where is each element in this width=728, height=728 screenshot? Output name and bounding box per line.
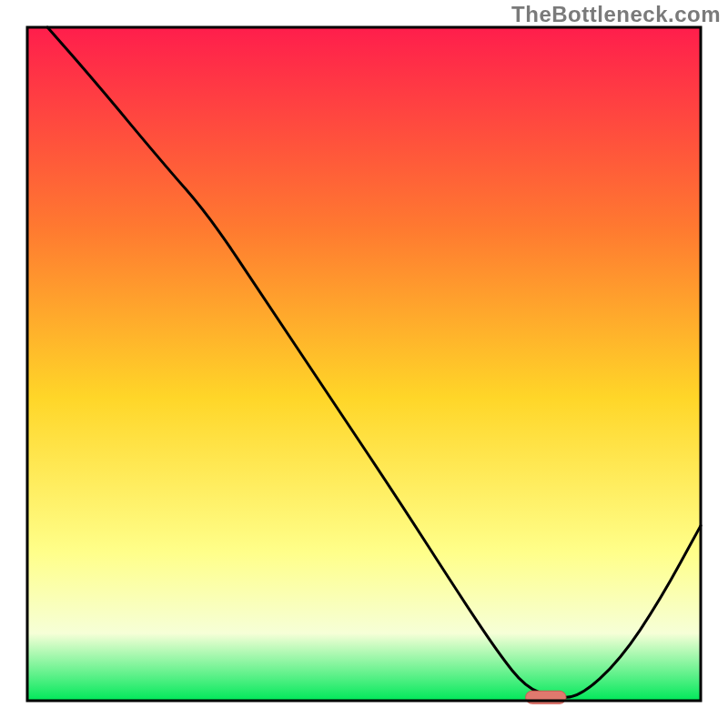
bottleneck-chart [0, 0, 728, 728]
plot-background [27, 27, 701, 701]
chart-stage: TheBottleneck.com [0, 0, 728, 728]
watermark-text: TheBottleneck.com [511, 2, 721, 27]
